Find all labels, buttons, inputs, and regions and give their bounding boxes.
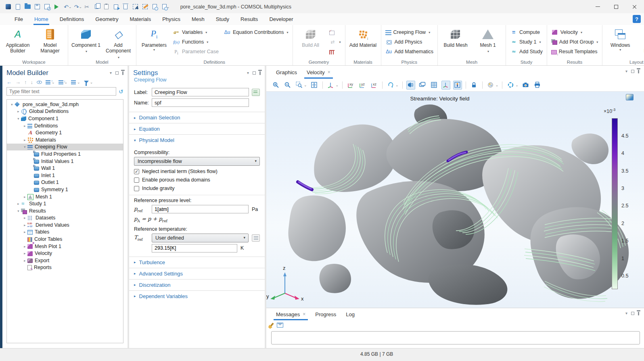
section-dependent-variables[interactable]: ▸Dependent Variables — [129, 290, 265, 302]
result-templates-button[interactable]: Result Templates — [550, 47, 600, 56]
pin-panel-icon[interactable] — [122, 71, 123, 75]
menu-tab-study[interactable]: Study — [210, 13, 235, 25]
remove-details-button[interactable] — [328, 47, 343, 56]
study-1-button[interactable]: ≈Study 1▾ — [508, 38, 544, 46]
menu-tab-file[interactable]: File — [9, 13, 29, 25]
go-to-view-dropdown-icon[interactable]: ⌄ — [336, 83, 339, 87]
run-icon[interactable] — [52, 2, 61, 12]
close-tab-icon[interactable]: × — [303, 311, 305, 317]
expand-sort-icon[interactable] — [46, 80, 50, 84]
filter-input[interactable] — [6, 87, 116, 96]
forward-icon[interactable]: → — [15, 79, 21, 85]
tree-item-definitions[interactable]: Definitions — [7, 122, 123, 129]
filter-icon[interactable] — [84, 81, 89, 83]
compressibility-select[interactable]: Incompressible flow — [134, 157, 260, 166]
menu-tab-developer[interactable]: Developer — [263, 13, 299, 25]
chevron-collapsed-icon[interactable] — [22, 195, 27, 199]
show-axis-orientation-icon[interactable] — [441, 81, 450, 90]
clear-messages-icon[interactable] — [270, 322, 274, 326]
rotate-icon[interactable] — [386, 81, 395, 90]
component-1-button[interactable]: Component 1▾ — [71, 27, 101, 54]
show-color-legend-icon[interactable] — [453, 81, 462, 90]
open-file-icon[interactable] — [23, 2, 32, 12]
application-builder-button[interactable]: A Application Builder — [2, 27, 33, 54]
zoom-box-dropdown-icon[interactable]: ⌄ — [304, 83, 307, 87]
menu-tab-results[interactable]: Results — [235, 13, 263, 25]
redo-icon[interactable]: ↷ — [72, 2, 82, 12]
tree-item-datasets[interactable]: Datasets — [7, 215, 123, 222]
creeping-flow-button[interactable]: Creeping Flow▾ — [384, 28, 435, 37]
tree-item-fluid-properties-1[interactable]: Fluid Properties 1 — [7, 150, 123, 158]
find-icon[interactable] — [150, 2, 159, 12]
save-file-icon[interactable] — [32, 2, 42, 12]
tree-item-symmetry-1[interactable]: Symmetry 1 — [7, 186, 123, 193]
tree-item-velocity[interactable]: Velocity — [7, 250, 123, 257]
tree-item-export[interactable]: Export — [7, 257, 123, 264]
cut-icon[interactable]: ✂ — [82, 2, 92, 12]
open-message-icon[interactable] — [277, 323, 283, 328]
checkbox-checked-icon[interactable]: ✓ — [134, 169, 139, 174]
zoom-in-icon[interactable] — [271, 81, 280, 90]
go-to-source-button[interactable] — [252, 234, 260, 242]
orthographic-projection-icon[interactable] — [406, 81, 415, 90]
panel-menu-icon[interactable]: ▾ — [625, 69, 627, 73]
chevron-collapsed-icon[interactable] — [22, 138, 27, 142]
menu-tab-home[interactable]: Home — [29, 13, 54, 25]
add-mathematics-button[interactable]: ΔuAdd Mathematics — [384, 47, 435, 56]
chevron-collapsed-icon[interactable] — [22, 230, 27, 234]
tree-item-inlet-1[interactable]: Inlet 1 — [7, 172, 123, 179]
move-up-icon[interactable]: ↑ — [24, 79, 27, 85]
delete-icon[interactable] — [121, 2, 130, 12]
reference-temperature-select[interactable]: User defined — [152, 234, 249, 242]
refresh-icon[interactable]: ↻ — [119, 88, 123, 95]
windows-button[interactable]: Windows▾ — [605, 27, 636, 52]
tab-messages[interactable]: Messages× — [271, 308, 310, 320]
close-tab-icon[interactable]: × — [328, 69, 330, 75]
tree-item-initial-values-1[interactable]: Initial Values 1 — [7, 158, 123, 165]
chevron-expanded-icon[interactable] — [16, 117, 21, 121]
back-icon[interactable]: ← — [6, 79, 12, 85]
chevron-expanded-icon[interactable] — [22, 145, 27, 149]
functions-button[interactable]: f(x)Functions▾ — [171, 38, 220, 46]
compute-button[interactable]: =Compute — [508, 28, 544, 37]
copy-icon[interactable] — [92, 2, 101, 12]
chevron-collapsed-icon[interactable] — [22, 223, 27, 227]
pin-panel-icon[interactable] — [259, 71, 261, 75]
float-panel-icon[interactable] — [253, 71, 256, 75]
tree-item-results[interactable]: Results — [7, 207, 123, 215]
stokes-flow-checkbox-row[interactable]: ✓Neglect inertial term (Stokes flow) — [134, 169, 260, 174]
update-plot-dropdown-icon[interactable]: ⌄ — [515, 83, 519, 87]
add-physics-button[interactable]: Add Physics — [384, 38, 435, 46]
rotate-dropdown-icon[interactable]: ⌄ — [395, 83, 399, 87]
temperature-input[interactable] — [152, 244, 237, 252]
add-plot-group-button[interactable]: Add Plot Group▾ — [550, 38, 600, 46]
add-component-button[interactable]: ◇ Add Component▾ — [103, 27, 134, 60]
tree-item-materials[interactable]: Materials — [7, 136, 123, 144]
name-input[interactable] — [152, 98, 249, 107]
chevron-collapsed-icon[interactable] — [22, 251, 27, 255]
panel-menu-icon[interactable]: ▾ — [247, 71, 249, 75]
save-as-icon[interactable] — [42, 2, 52, 12]
scene-light-dropdown-icon[interactable]: ⌄ — [496, 83, 499, 87]
tree-item-reports[interactable]: Reports — [7, 264, 123, 271]
zoom-extents-icon[interactable] — [310, 81, 319, 90]
include-gravity-checkbox-row[interactable]: Include gravity — [134, 186, 260, 191]
menu-tab-materials[interactable]: Materials — [124, 13, 157, 25]
tree-item-creeping-flow[interactable]: Creeping Flow — [7, 144, 123, 151]
add-material-button[interactable]: Add Material — [348, 27, 378, 48]
filter-dropdown-icon[interactable]: ⌄ — [90, 80, 93, 84]
duplicate-icon[interactable] — [111, 2, 121, 12]
grid-icon[interactable] — [430, 81, 439, 90]
zoom-out-icon[interactable] — [283, 81, 292, 90]
zoom-box-icon[interactable] — [295, 81, 303, 90]
undo-icon[interactable]: ↶ — [61, 2, 71, 12]
brush-select-icon[interactable] — [140, 2, 150, 12]
tab-graphics[interactable]: Graphics — [271, 66, 302, 79]
parameters-button[interactable]: Pi Parameters▾ — [139, 27, 169, 52]
move-down-icon[interactable]: ↓ — [31, 79, 33, 85]
help-button[interactable]: ? — [633, 15, 641, 23]
add-study-button[interactable]: ≈Add Study — [508, 47, 544, 56]
tree-item-geometry-1[interactable]: Geometry 1 — [7, 129, 123, 136]
minimize-button[interactable] — [588, 0, 607, 13]
scene-light-icon[interactable] — [486, 81, 495, 90]
